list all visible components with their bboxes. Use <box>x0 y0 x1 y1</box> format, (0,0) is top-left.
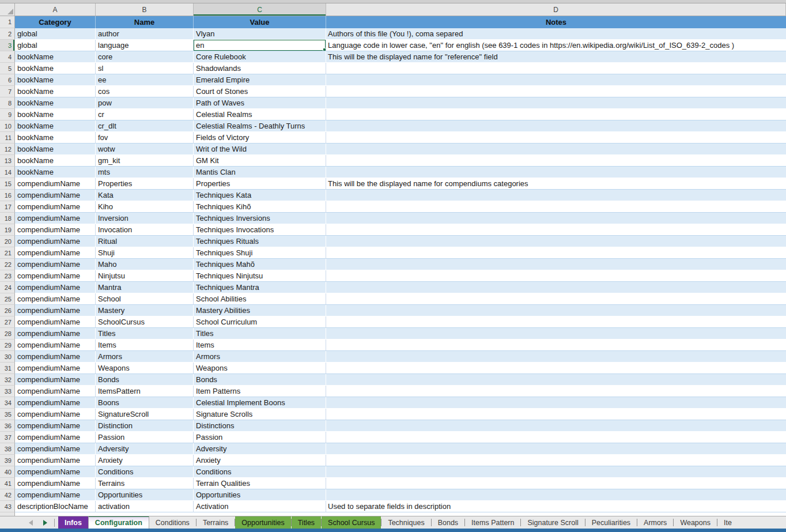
cell-value[interactable]: Anxiety <box>194 455 326 466</box>
cell-value[interactable]: en <box>194 40 326 51</box>
cell-value[interactable]: Weapons <box>194 363 326 374</box>
cell-name[interactable]: cos <box>96 86 194 97</box>
cell-category[interactable]: compendiumName <box>15 178 96 190</box>
cell-name[interactable]: Kiho <box>96 201 194 213</box>
sheet-tab[interactable]: Peculiarities <box>585 516 637 529</box>
cell-category[interactable]: bookName <box>15 155 96 167</box>
cell-name[interactable]: Properties <box>96 178 194 190</box>
cell-name[interactable]: Passion <box>96 432 194 443</box>
cell-name[interactable]: pow <box>96 97 194 109</box>
row-number[interactable]: 10 <box>0 120 15 132</box>
cell-name[interactable]: Armors <box>96 351 194 363</box>
cell-name[interactable]: Distinction <box>96 420 194 432</box>
cell-name[interactable]: gm_kit <box>96 155 194 167</box>
cell-category[interactable]: compendiumName <box>15 478 96 489</box>
cell-name[interactable]: Bonds <box>96 374 194 386</box>
cell-value[interactable]: Path of Waves <box>194 97 326 109</box>
cell-name[interactable]: Inversion <box>96 213 194 224</box>
row-number[interactable]: 28 <box>0 328 15 339</box>
cell-name[interactable]: SchoolCursus <box>96 316 194 328</box>
row-number[interactable]: 43 <box>0 501 15 512</box>
cell-category[interactable]: global <box>15 28 96 40</box>
cell-value[interactable]: Items <box>194 339 326 351</box>
column-header-d[interactable]: D <box>326 3 786 16</box>
cell-value[interactable]: Core Rulebook <box>194 51 326 63</box>
row-number[interactable]: 6 <box>0 74 15 86</box>
cell-notes[interactable] <box>326 386 786 397</box>
row-number[interactable]: 39 <box>0 455 15 466</box>
cell-notes[interactable] <box>326 282 786 293</box>
cell-value[interactable]: Celestial Realms - Deathly Turns <box>194 120 326 132</box>
cell-name[interactable]: Conditions <box>96 466 194 478</box>
row-number[interactable]: 1 <box>0 16 15 28</box>
cell-notes[interactable] <box>326 489 786 501</box>
cell-notes[interactable] <box>326 466 786 478</box>
cell-notes[interactable] <box>326 363 786 374</box>
cell-category[interactable]: compendiumName <box>15 351 96 363</box>
row-number[interactable]: 34 <box>0 397 15 409</box>
row-number[interactable]: 22 <box>0 259 15 270</box>
row-number[interactable]: 19 <box>0 224 15 236</box>
header-cell-category[interactable]: Category <box>15 16 96 28</box>
cell-category[interactable]: compendiumName <box>15 236 96 247</box>
column-header-b[interactable]: B <box>96 3 194 16</box>
cell-category[interactable]: compendiumName <box>15 201 96 213</box>
row-number[interactable]: 15 <box>0 178 15 190</box>
cell-name[interactable]: Mantra <box>96 282 194 293</box>
cell-value[interactable]: Terrain Qualities <box>194 478 326 489</box>
cell-notes[interactable] <box>326 432 786 443</box>
cell-category[interactable]: compendiumName <box>15 409 96 420</box>
cell-name[interactable]: Maho <box>96 259 194 270</box>
cell-notes[interactable] <box>326 63 786 74</box>
sheet-tab[interactable]: Armors <box>637 516 673 529</box>
column-header-c[interactable]: C <box>194 3 326 16</box>
row-number[interactable]: 9 <box>0 109 15 120</box>
row-number[interactable]: 23 <box>0 270 15 282</box>
row-number[interactable]: 8 <box>0 97 15 109</box>
cell-name[interactable]: language <box>96 40 194 51</box>
cell-value[interactable]: Techniques Invocations <box>194 224 326 236</box>
cell-notes[interactable]: This will be the displayed name for comp… <box>326 178 786 190</box>
cell-name[interactable]: Invocation <box>96 224 194 236</box>
cell-value[interactable]: Techniques Mantra <box>194 282 326 293</box>
cell-category[interactable]: compendiumName <box>15 213 96 224</box>
cell-name[interactable]: SignatureScroll <box>96 409 194 420</box>
sheet-tab[interactable]: Bonds <box>432 516 464 529</box>
cell-value[interactable]: Armors <box>194 351 326 363</box>
cell-name[interactable]: Kata <box>96 190 194 201</box>
cell-notes[interactable] <box>326 213 786 224</box>
select-all-corner[interactable] <box>0 3 15 16</box>
cell-notes[interactable] <box>326 144 786 155</box>
cell-name[interactable]: cr <box>96 109 194 120</box>
cell-name[interactable]: Titles <box>96 328 194 339</box>
cell-notes[interactable] <box>326 374 786 386</box>
cell-notes[interactable] <box>326 316 786 328</box>
cell-notes[interactable] <box>326 397 786 409</box>
cell-value[interactable]: School Abilities <box>194 293 326 305</box>
cell-category[interactable]: compendiumName <box>15 328 96 339</box>
row-number[interactable]: 30 <box>0 351 15 363</box>
cell-category[interactable]: compendiumName <box>15 363 96 374</box>
cell-notes[interactable] <box>326 420 786 432</box>
cell-notes[interactable] <box>326 455 786 466</box>
cell-category[interactable]: bookName <box>15 120 96 132</box>
cell-notes[interactable] <box>326 120 786 132</box>
sheet-tab[interactable]: Signature Scroll <box>521 516 584 529</box>
cell-notes[interactable] <box>326 270 786 282</box>
cell-name[interactable]: sl <box>96 63 194 74</box>
row-number[interactable]: 35 <box>0 409 15 420</box>
cell-value[interactable]: Techniques Kihõ <box>194 201 326 213</box>
row-number[interactable]: 4 <box>0 51 15 63</box>
cell-notes[interactable] <box>326 443 786 455</box>
cell-category[interactable]: bookName <box>15 132 96 144</box>
cell-name[interactable]: School <box>96 293 194 305</box>
cell-value[interactable]: Conditions <box>194 466 326 478</box>
cell-name[interactable]: Adversity <box>96 443 194 455</box>
row-number[interactable]: 25 <box>0 293 15 305</box>
sheet-tab[interactable]: Ite <box>717 516 738 529</box>
cell-category[interactable]: compendiumName <box>15 339 96 351</box>
row-number[interactable]: 29 <box>0 339 15 351</box>
cell-category[interactable]: bookName <box>15 63 96 74</box>
cell-notes[interactable] <box>326 293 786 305</box>
cell-name[interactable]: Items <box>96 339 194 351</box>
